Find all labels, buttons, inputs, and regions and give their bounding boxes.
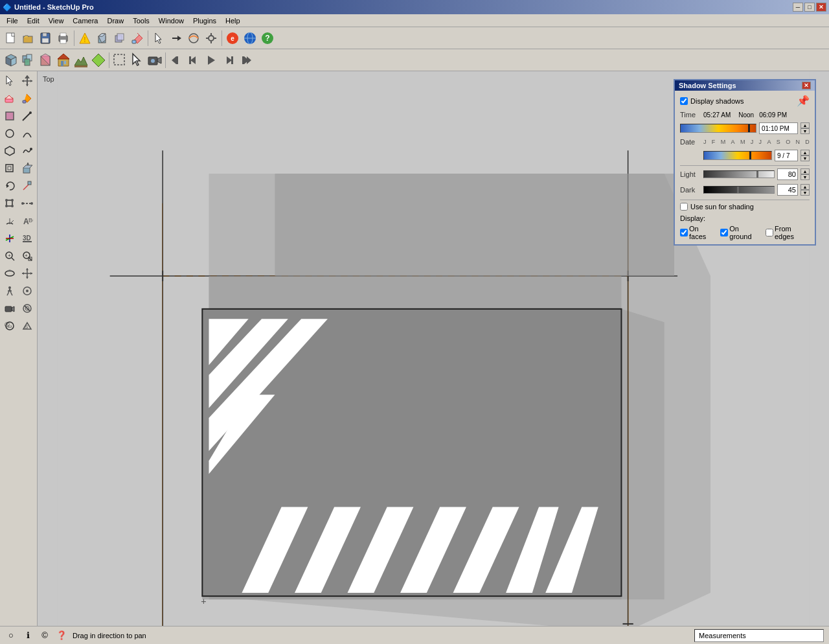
menu-camera[interactable]: Camera — [69, 16, 102, 25]
tool-offset[interactable] — [1, 160, 18, 177]
svg-point-74 — [29, 111, 32, 114]
svg-rect-79 — [8, 167, 11, 170]
dark-slider[interactable] — [703, 186, 775, 194]
light-down-button[interactable]: ▼ — [801, 174, 810, 180]
use-sun-checkbox[interactable] — [680, 203, 688, 211]
tb-select[interactable] — [150, 30, 167, 47]
tb-iso[interactable] — [3, 52, 19, 69]
tb-new[interactable] — [3, 30, 19, 47]
shadow-panel-close-button[interactable]: ✕ — [802, 82, 811, 89]
menu-plugins[interactable]: Plugins — [189, 16, 220, 25]
from-edges-checkbox[interactable] — [766, 229, 773, 236]
svg-marker-68 — [26, 84, 28, 86]
tool-freehand[interactable] — [19, 143, 36, 159]
tb-fast-forward[interactable] — [238, 52, 255, 69]
svg-marker-45 — [92, 54, 105, 67]
dark-value-input[interactable] — [777, 184, 798, 196]
tool-protractor[interactable] — [1, 213, 18, 229]
tool-circle[interactable] — [1, 125, 18, 142]
time-down-button[interactable]: ▼ — [801, 128, 810, 134]
tool-rotate[interactable] — [1, 178, 18, 194]
tool-polygon[interactable] — [1, 143, 18, 159]
tb-settings[interactable] — [203, 30, 220, 47]
tool-arc[interactable] — [19, 125, 36, 142]
tb-paint-bucket[interactable] — [90, 52, 107, 69]
menu-file[interactable]: File — [3, 16, 22, 25]
menu-draw[interactable]: Draw — [103, 16, 128, 25]
tool-select[interactable] — [1, 73, 18, 89]
tb-cursor[interactable] — [129, 52, 146, 69]
tool-zoom-window[interactable]: + — [19, 247, 36, 264]
light-slider[interactable] — [703, 170, 775, 178]
tool-axes[interactable] — [1, 230, 18, 247]
date-up-button[interactable]: ▲ — [801, 150, 810, 155]
menu-help[interactable]: Help — [221, 16, 244, 25]
tb-house[interactable] — [55, 52, 72, 69]
menu-window[interactable]: Window — [155, 16, 188, 25]
tb-rewind[interactable] — [168, 52, 185, 69]
maximize-button[interactable]: □ — [804, 3, 815, 12]
tb-warning[interactable]: ! — [76, 30, 93, 47]
svg-line-73 — [23, 113, 30, 121]
tb-sketchup-e[interactable]: e — [224, 30, 241, 47]
tool-lookaround[interactable] — [19, 282, 36, 299]
svg-point-86 — [5, 199, 8, 201]
date-slider[interactable] — [703, 151, 772, 160]
tb-save[interactable] — [38, 30, 54, 47]
tb-step-forward[interactable] — [220, 52, 237, 69]
tb-components[interactable] — [20, 52, 37, 69]
menu-tools[interactable]: Tools — [129, 16, 153, 25]
light-up-button[interactable]: ▲ — [801, 168, 810, 174]
tool-erase[interactable] — [1, 90, 18, 107]
tool-zoom[interactable]: + — [1, 247, 18, 264]
tb-sketchup-globe[interactable] — [242, 30, 258, 47]
tb-component[interactable] — [111, 30, 128, 47]
tool-scale[interactable] — [1, 195, 18, 212]
date-down-button[interactable]: ▼ — [801, 155, 810, 161]
display-shadows-checkbox[interactable] — [680, 97, 688, 105]
tb-step-back[interactable] — [185, 52, 202, 69]
tool-followme[interactable] — [19, 178, 36, 194]
tb-cube[interactable] — [38, 52, 54, 69]
tb-paint[interactable] — [129, 30, 146, 47]
tool-section[interactable] — [19, 300, 36, 317]
tool-face[interactable] — [1, 108, 18, 124]
tool-text[interactable]: ABC — [19, 213, 36, 229]
tool-sandbox[interactable]: S — [19, 317, 36, 334]
tool-measure[interactable]: ωⓈ — [1, 317, 18, 334]
close-button[interactable]: ✕ — [816, 3, 826, 12]
dark-down-button[interactable]: ▼ — [801, 190, 810, 196]
viewport[interactable]: Top — [38, 71, 829, 626]
tb-rotate-view[interactable] — [185, 30, 202, 47]
tb-print[interactable] — [55, 30, 72, 47]
tool-orbit[interactable] — [1, 265, 18, 282]
tool-position-cam[interactable] — [1, 300, 18, 317]
on-ground-checkbox[interactable] — [720, 229, 728, 236]
light-value-input[interactable] — [777, 168, 798, 180]
panel-pin-button[interactable]: 📌 — [797, 95, 810, 107]
dark-up-button[interactable]: ▲ — [801, 184, 810, 190]
tb-play[interactable] — [203, 52, 220, 69]
tool-pushpull[interactable] — [19, 160, 36, 177]
tb-scene-cam[interactable] — [146, 52, 163, 69]
on-faces-checkbox[interactable] — [680, 229, 688, 236]
time-pm-mid-value: 06:09 PM — [759, 111, 787, 119]
tb-rectangle-select[interactable] — [111, 52, 128, 69]
tb-3d[interactable] — [94, 30, 111, 47]
tb-terrain[interactable] — [73, 52, 89, 69]
menu-edit[interactable]: Edit — [23, 16, 43, 25]
tool-pan[interactable] — [19, 265, 36, 282]
tb-open[interactable] — [20, 30, 37, 47]
tb-arrow[interactable] — [168, 30, 185, 47]
tool-tape[interactable] — [19, 195, 36, 212]
tool-paint[interactable] — [19, 90, 36, 107]
tool-3dtext[interactable]: 3D — [19, 230, 36, 247]
minimize-button[interactable]: ─ — [793, 3, 803, 12]
tool-move[interactable] — [19, 73, 36, 89]
tb-help[interactable]: ? — [259, 30, 276, 47]
time-slider[interactable] — [680, 124, 756, 133]
tool-walk[interactable] — [1, 282, 18, 299]
tool-line[interactable] — [19, 108, 36, 124]
time-up-button[interactable]: ▲ — [801, 122, 810, 128]
menu-view[interactable]: View — [45, 16, 68, 25]
